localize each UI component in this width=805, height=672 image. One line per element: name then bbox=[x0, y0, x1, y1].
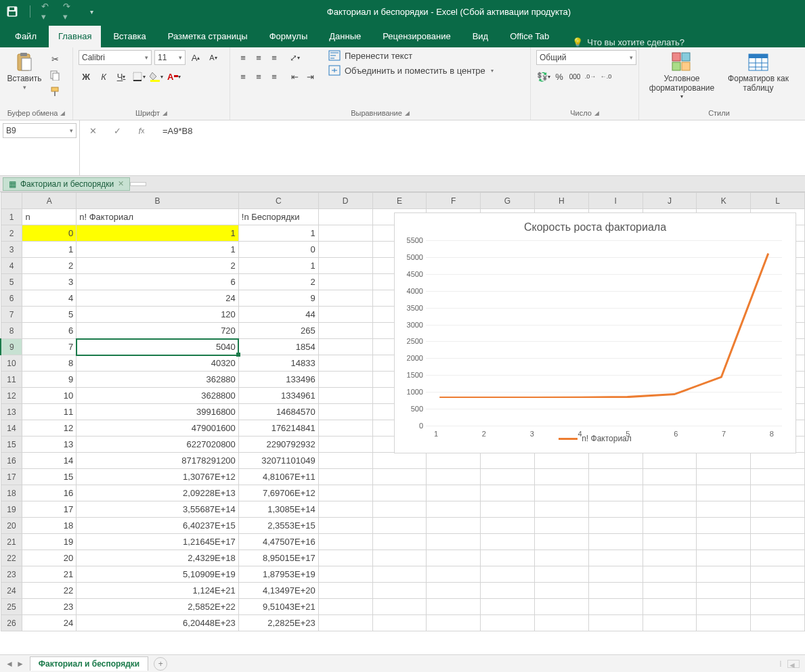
cell[interactable] bbox=[481, 583, 535, 599]
cell[interactable]: 2,5852E+22 bbox=[77, 599, 239, 615]
cell[interactable] bbox=[427, 469, 481, 485]
cell[interactable] bbox=[534, 453, 588, 469]
cell[interactable] bbox=[588, 599, 643, 615]
cell[interactable]: 133496 bbox=[238, 372, 318, 388]
column-header[interactable]: I bbox=[588, 193, 643, 209]
cell[interactable] bbox=[697, 518, 751, 534]
cell[interactable]: 0 bbox=[22, 225, 77, 242]
cell[interactable] bbox=[643, 534, 697, 550]
row-header[interactable]: 18 bbox=[1, 485, 22, 501]
cell[interactable] bbox=[534, 534, 588, 550]
cell[interactable] bbox=[372, 534, 427, 550]
cell[interactable] bbox=[643, 518, 697, 534]
cell[interactable] bbox=[481, 615, 535, 631]
cell[interactable]: 479001600 bbox=[77, 420, 239, 436]
cell[interactable]: 14684570 bbox=[238, 404, 318, 420]
cell[interactable] bbox=[318, 258, 372, 274]
cell[interactable]: 2290792932 bbox=[238, 436, 318, 453]
cell[interactable] bbox=[697, 469, 751, 485]
cell[interactable]: 4,47507E+16 bbox=[238, 534, 318, 550]
cell[interactable]: 1854 bbox=[238, 339, 318, 355]
cell[interactable] bbox=[318, 372, 372, 388]
cell[interactable]: 3628800 bbox=[77, 388, 239, 404]
workbook-tab[interactable]: ▦ Факториал и беспорядки ✕ bbox=[3, 177, 130, 191]
cell[interactable] bbox=[751, 485, 805, 501]
cell[interactable] bbox=[697, 583, 751, 599]
cell[interactable] bbox=[534, 469, 588, 485]
cell[interactable]: n bbox=[22, 209, 77, 225]
row-header[interactable]: 22 bbox=[1, 550, 22, 566]
cell[interactable] bbox=[588, 615, 643, 631]
cell[interactable] bbox=[372, 501, 427, 518]
cell[interactable] bbox=[481, 501, 535, 518]
cell[interactable]: 6,20448E+23 bbox=[77, 615, 239, 631]
column-header[interactable]: B bbox=[77, 193, 239, 209]
qat-customize-icon[interactable]: ▾ bbox=[85, 5, 98, 18]
row-header[interactable]: 8 bbox=[1, 323, 22, 339]
undo-icon[interactable]: ↶ ▾ bbox=[41, 5, 55, 18]
cell[interactable] bbox=[481, 469, 535, 485]
redo-icon[interactable]: ↷ ▾ bbox=[63, 5, 77, 18]
tab-office[interactable]: Office Tab bbox=[500, 26, 559, 47]
cell[interactable] bbox=[751, 453, 805, 469]
cell[interactable] bbox=[697, 453, 751, 469]
formula-input[interactable]: =A9*B8 bbox=[157, 123, 198, 139]
cell[interactable] bbox=[427, 518, 481, 534]
cell[interactable] bbox=[318, 583, 372, 599]
cell[interactable] bbox=[697, 485, 751, 501]
cell[interactable] bbox=[372, 566, 427, 583]
align-center-icon[interactable]: ≡ bbox=[251, 69, 266, 84]
cell[interactable]: 2,3553E+15 bbox=[238, 518, 318, 534]
row-header[interactable]: 12 bbox=[1, 388, 22, 404]
cell[interactable] bbox=[318, 436, 372, 453]
row-header[interactable]: 9 bbox=[1, 339, 22, 355]
cell[interactable] bbox=[588, 501, 643, 518]
row-header[interactable]: 20 bbox=[1, 518, 22, 534]
cell[interactable]: 16 bbox=[22, 485, 77, 501]
cell[interactable] bbox=[534, 566, 588, 583]
sheet-nav-prev-icon[interactable]: ◄ bbox=[5, 659, 14, 669]
cell[interactable] bbox=[751, 469, 805, 485]
cell[interactable] bbox=[318, 339, 372, 355]
cell[interactable]: 1,3085E+14 bbox=[238, 501, 318, 518]
cell[interactable]: 3,55687E+14 bbox=[77, 501, 239, 518]
cell[interactable] bbox=[318, 209, 372, 225]
cell[interactable]: 3 bbox=[22, 274, 77, 290]
conditional-format-button[interactable]: Условное форматиро­вание▾ bbox=[645, 50, 719, 99]
cell[interactable] bbox=[588, 518, 643, 534]
column-header[interactable]: A bbox=[22, 193, 77, 209]
cell[interactable] bbox=[588, 550, 643, 566]
cell[interactable]: 7,69706E+12 bbox=[238, 485, 318, 501]
new-workbook-tab[interactable] bbox=[130, 182, 146, 186]
border-icon[interactable]: ▾ bbox=[131, 69, 146, 84]
cell[interactable] bbox=[751, 599, 805, 615]
cell[interactable] bbox=[318, 420, 372, 436]
cell[interactable] bbox=[318, 615, 372, 631]
row-header[interactable]: 7 bbox=[1, 307, 22, 323]
cell[interactable]: 15 bbox=[22, 469, 77, 485]
cell[interactable] bbox=[643, 453, 697, 469]
name-box[interactable]: B9▾ bbox=[3, 123, 77, 138]
cell[interactable]: 1 bbox=[238, 258, 318, 274]
italic-button[interactable]: К bbox=[96, 69, 111, 84]
bold-button[interactable]: Ж bbox=[79, 69, 93, 84]
cell[interactable] bbox=[643, 566, 697, 583]
cell[interactable] bbox=[318, 404, 372, 420]
cell[interactable]: 39916800 bbox=[77, 404, 239, 420]
cell[interactable] bbox=[534, 518, 588, 534]
cell[interactable] bbox=[318, 290, 372, 307]
cell[interactable] bbox=[751, 518, 805, 534]
cell[interactable]: 87178291200 bbox=[77, 453, 239, 469]
row-header[interactable]: 14 bbox=[1, 420, 22, 436]
cell[interactable] bbox=[318, 534, 372, 550]
cell[interactable] bbox=[372, 469, 427, 485]
align-top-icon[interactable]: ≡ bbox=[236, 50, 251, 65]
tab-data[interactable]: Данные bbox=[320, 26, 370, 47]
cell[interactable] bbox=[751, 501, 805, 518]
merge-center-button[interactable]: Объединить и поместить в центре ▾ bbox=[328, 65, 494, 76]
cell[interactable] bbox=[481, 453, 535, 469]
cell[interactable] bbox=[751, 583, 805, 599]
cell[interactable] bbox=[697, 566, 751, 583]
cell[interactable]: 8 bbox=[22, 355, 77, 372]
column-header[interactable]: L bbox=[751, 193, 805, 209]
